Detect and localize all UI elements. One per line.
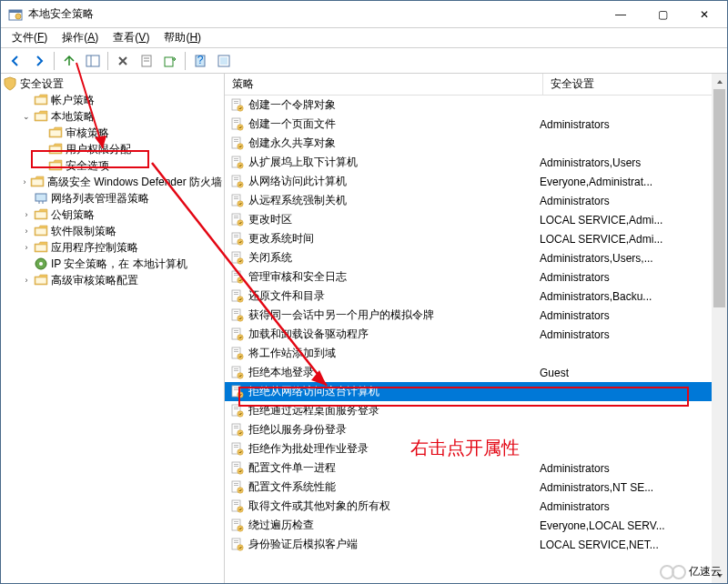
list-row[interactable]: 创建一个页面文件Administrators <box>225 115 727 134</box>
menu-view[interactable]: 查看(V) <box>106 28 157 47</box>
svg-rect-54 <box>234 217 238 218</box>
svg-rect-62 <box>234 256 238 257</box>
policy-value: Administrators <box>540 328 727 341</box>
policy-icon <box>230 327 245 342</box>
list-row[interactable]: 身份验证后模拟客户端LOCAL SERVICE,NET... <box>225 535 727 554</box>
tree-item[interactable]: ⌄本地策略 <box>1 108 224 125</box>
menu-help[interactable]: 帮助(H) <box>157 28 208 47</box>
column-header-setting[interactable]: 安全设置 <box>543 74 727 95</box>
expand-icon[interactable]: › <box>19 273 34 287</box>
maximize-button[interactable]: ▢ <box>642 1 683 27</box>
titlebar: 本地安全策略 — ▢ ✕ <box>1 1 727 28</box>
scroll-track[interactable] <box>712 89 727 568</box>
tree-item[interactable]: 帐户策略 <box>1 92 224 108</box>
svg-rect-78 <box>234 332 238 333</box>
svg-rect-65 <box>234 273 238 274</box>
tree-pane[interactable]: 安全设置 帐户策略⌄本地策略审核策略用户权限分配安全选项›高级安全 Window… <box>1 74 225 583</box>
svg-rect-41 <box>234 158 238 159</box>
list-row[interactable]: 取得文件或其他对象的所有权Administrators <box>225 497 727 516</box>
forward-button[interactable] <box>28 50 50 72</box>
policy-icon <box>230 251 245 266</box>
list-row[interactable]: 拒绝从网络访问这台计算机 <box>225 382 727 401</box>
tree-item[interactable]: ›应用程序控制策略 <box>1 239 224 256</box>
expand-icon[interactable]: › <box>19 240 34 255</box>
svg-rect-34 <box>234 122 238 123</box>
list-row[interactable]: 拒绝作为批处理作业登录 <box>225 439 727 458</box>
list-row[interactable]: 管理审核和安全日志Administrators <box>225 267 727 287</box>
policy-name: 拒绝通过远程桌面服务登录 <box>248 403 379 418</box>
list-body[interactable]: 创建一个令牌对象创建一个页面文件Administrators创建永久共享对象从扩… <box>225 96 727 583</box>
list-row[interactable]: 拒绝本地登录Guest <box>225 363 727 382</box>
up-button[interactable] <box>58 50 80 72</box>
list-row[interactable]: 加载和卸载设备驱动程序Administrators <box>225 325 727 344</box>
policy-icon <box>230 175 245 189</box>
list-row[interactable]: 更改系统时间LOCAL SERVICE,Admi... <box>225 229 727 248</box>
back-button[interactable] <box>5 50 26 72</box>
list-row[interactable]: 创建一个令牌对象 <box>225 96 727 115</box>
tree-item[interactable]: IP 安全策略，在 本地计算机 <box>1 256 224 272</box>
list-row[interactable]: 拒绝以服务身份登录 <box>225 420 727 439</box>
menu-file[interactable]: 文件(F) <box>5 28 55 47</box>
console-tree-button[interactable] <box>82 50 104 72</box>
policy-name: 创建一个令牌对象 <box>248 97 336 113</box>
help-button[interactable]: ? <box>189 50 211 72</box>
collapse-icon[interactable]: ⌄ <box>19 109 34 124</box>
minimize-button[interactable]: — <box>600 1 642 27</box>
tree-item[interactable]: ›高级审核策略配置 <box>1 272 224 288</box>
list-row[interactable]: 从扩展坞上取下计算机Administrators,Users <box>225 153 727 172</box>
list-row[interactable]: 关闭系统Administrators,Users,... <box>225 248 727 267</box>
tree-item[interactable]: ›软件限制策略 <box>1 223 224 239</box>
policy-icon <box>230 480 245 495</box>
svg-rect-122 <box>234 542 238 543</box>
list-row[interactable]: 拒绝通过远程桌面服务登录 <box>225 401 727 420</box>
folder-icon <box>34 224 48 238</box>
tree-item[interactable]: ›公钥策略 <box>1 206 224 223</box>
window-title: 本地安全策略 <box>28 6 600 22</box>
scroll-up-button[interactable] <box>712 74 727 89</box>
vertical-scrollbar[interactable] <box>712 74 727 583</box>
tree-item-label: 本地策略 <box>51 109 95 125</box>
scroll-thumb[interactable] <box>713 89 725 307</box>
list-row[interactable]: 创建永久共享对象 <box>225 134 727 153</box>
list-row[interactable]: 绕过遍历检查Everyone,LOCAL SERV... <box>225 516 727 535</box>
refresh-button[interactable] <box>213 50 235 72</box>
svg-rect-53 <box>234 216 238 216</box>
expand-icon[interactable]: › <box>19 175 30 189</box>
policy-icon <box>230 289 245 304</box>
list-row[interactable]: 从远程系统强制关机Administrators <box>225 191 727 210</box>
svg-rect-30 <box>234 103 238 104</box>
svg-rect-37 <box>234 139 238 140</box>
tree-item-label: 高级审核策略配置 <box>51 273 138 288</box>
list-row[interactable]: 获得同一会话中另一个用户的模拟令牌Administrators <box>225 306 727 325</box>
tree-item[interactable]: 安全选项 <box>1 157 224 174</box>
expand-icon[interactable]: › <box>19 207 34 222</box>
tree-item-label: 帐户策略 <box>51 93 95 108</box>
svg-rect-101 <box>234 445 238 446</box>
list-row[interactable]: 更改时区LOCAL SERVICE,Admi... <box>225 210 727 229</box>
policy-name: 更改系统时间 <box>248 231 314 247</box>
column-header-policy[interactable]: 策略 <box>225 74 543 95</box>
watermark: 亿速云 <box>660 564 722 579</box>
close-button[interactable]: ✕ <box>683 1 725 27</box>
svg-rect-14 <box>35 114 46 120</box>
export-button[interactable] <box>159 50 181 72</box>
tree-item-label: 应用程序控制策略 <box>51 240 138 256</box>
tree-item[interactable]: 网络列表管理器策略 <box>1 190 224 206</box>
tree-item[interactable]: ›高级安全 Windows Defender 防火墙 <box>1 174 224 190</box>
delete-button[interactable] <box>112 50 134 72</box>
tree-item[interactable]: 用户权限分配 <box>1 141 224 157</box>
policy-icon <box>230 232 245 247</box>
list-row[interactable]: 配置文件单一进程Administrators <box>225 458 727 478</box>
properties-button[interactable] <box>136 50 157 72</box>
list-row[interactable]: 配置文件系统性能Administrators,NT SE... <box>225 478 727 497</box>
tree-item[interactable]: 审核策略 <box>1 125 224 141</box>
svg-rect-3 <box>86 55 99 66</box>
expand-icon[interactable]: › <box>19 224 34 238</box>
list-row[interactable]: 将工作站添加到域 <box>225 344 727 363</box>
policy-icon <box>230 404 245 418</box>
list-row[interactable]: 还原文件和目录Administrators,Backu... <box>225 287 727 306</box>
svg-rect-85 <box>234 368 238 369</box>
menu-action[interactable]: 操作(A) <box>55 28 106 47</box>
tree-root[interactable]: 安全设置 <box>1 76 224 92</box>
list-row[interactable]: 从网络访问此计算机Everyone,Administrat... <box>225 172 727 191</box>
